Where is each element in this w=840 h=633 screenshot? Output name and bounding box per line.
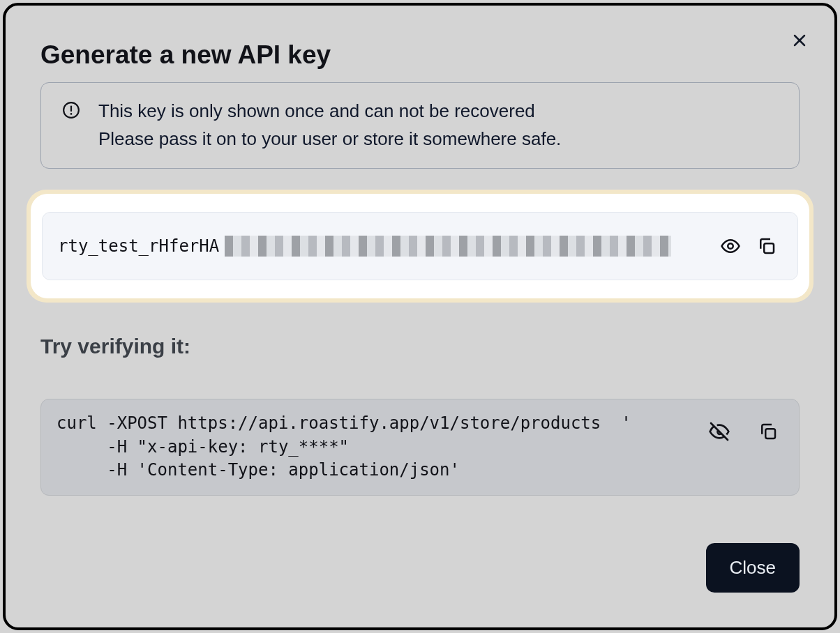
copy-icon bbox=[758, 421, 779, 442]
copy-icon bbox=[756, 236, 777, 257]
close-icon bbox=[791, 32, 808, 49]
api-key-highlight: rty_test_rHferHA bbox=[27, 190, 813, 303]
notice-line-1: This key is only shown once and can not … bbox=[98, 98, 561, 125]
svg-point-4 bbox=[70, 113, 73, 115]
api-key-field: rty_test_rHferHA bbox=[42, 212, 798, 280]
toggle-mask-code-button[interactable] bbox=[704, 416, 735, 447]
modal-footer: Close bbox=[706, 543, 800, 593]
copy-key-button[interactable] bbox=[751, 231, 782, 261]
notice-line-2: Please pass it on to your user or store … bbox=[98, 125, 561, 153]
svg-rect-7 bbox=[765, 429, 775, 438]
key-warning-notice: This key is only shown once and can not … bbox=[40, 82, 800, 169]
svg-point-5 bbox=[728, 243, 733, 249]
api-key-masked-tail bbox=[225, 236, 671, 257]
reveal-key-button[interactable] bbox=[715, 231, 746, 261]
modal-title: Generate a new API key bbox=[40, 40, 800, 70]
copy-code-button[interactable] bbox=[753, 416, 783, 447]
close-icon-button[interactable] bbox=[788, 29, 811, 52]
notice-text: This key is only shown once and can not … bbox=[98, 98, 561, 153]
alert-circle-icon bbox=[62, 98, 80, 119]
eye-off-icon bbox=[708, 420, 730, 443]
generate-api-key-modal: Generate a new API key This key is only … bbox=[3, 3, 837, 630]
svg-rect-6 bbox=[764, 243, 774, 253]
verify-code-block: curl -XPOST https://api.roastify.app/v1/… bbox=[40, 399, 800, 496]
api-key-visible-prefix: rty_test_rHferHA bbox=[58, 236, 219, 256]
close-button[interactable]: Close bbox=[706, 543, 800, 593]
api-key-panel: rty_test_rHferHA bbox=[31, 194, 809, 298]
curl-command-text: curl -XPOST https://api.roastify.app/v1/… bbox=[57, 412, 697, 482]
eye-icon bbox=[720, 236, 741, 257]
verify-heading: Try verifying it: bbox=[40, 335, 800, 358]
